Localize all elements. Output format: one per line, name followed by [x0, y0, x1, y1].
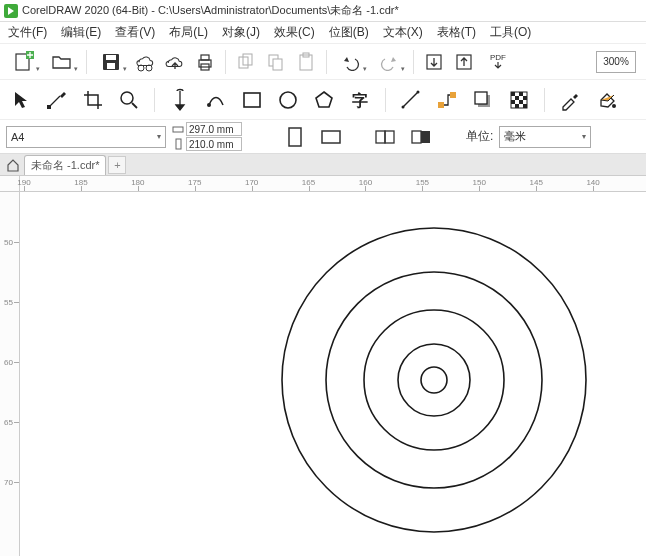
save-button[interactable]: ▾ — [93, 48, 129, 76]
print-button[interactable] — [191, 48, 219, 76]
svg-rect-19 — [47, 105, 51, 109]
undo-button[interactable]: ▾ — [333, 48, 369, 76]
page-width-input[interactable]: 297.0 mm — [186, 122, 242, 136]
document-tab[interactable]: 未命名 -1.cdr* — [24, 155, 106, 175]
connector-tool[interactable] — [432, 85, 462, 115]
text-tool[interactable]: 字 — [345, 85, 375, 115]
svg-point-6 — [138, 65, 144, 71]
separator — [385, 88, 386, 112]
svg-rect-5 — [107, 63, 115, 69]
cut-button[interactable] — [232, 48, 260, 76]
svg-rect-46 — [385, 131, 394, 143]
eyedropper-tool[interactable] — [555, 85, 585, 115]
paper-size-value: A4 — [11, 131, 24, 143]
menu-text[interactable]: 文本(X) — [383, 24, 423, 41]
add-tab-button[interactable]: + — [108, 156, 126, 174]
svg-rect-13 — [269, 55, 278, 66]
menu-view[interactable]: 查看(V) — [115, 24, 155, 41]
svg-rect-9 — [201, 55, 209, 60]
menu-layout[interactable]: 布局(L) — [169, 24, 208, 41]
page-height-input[interactable]: 210.0 mm — [186, 137, 242, 151]
menu-edit[interactable]: 编辑(E) — [61, 24, 101, 41]
crop-tool[interactable] — [78, 85, 108, 115]
app-icon — [4, 4, 18, 18]
freehand-tool[interactable] — [165, 85, 195, 115]
svg-rect-8 — [199, 60, 211, 67]
export-button[interactable] — [450, 48, 478, 76]
copy-button[interactable] — [262, 48, 290, 76]
dimension-tool[interactable] — [396, 85, 426, 115]
ellipse-tool[interactable] — [273, 85, 303, 115]
rectangle-tool[interactable] — [237, 85, 267, 115]
welcome-tab[interactable] — [4, 156, 22, 174]
svg-rect-15 — [300, 55, 312, 70]
svg-rect-3 — [103, 54, 119, 70]
drawing-canvas[interactable] — [20, 192, 646, 556]
current-page-button[interactable] — [406, 122, 436, 152]
svg-rect-18 — [457, 55, 471, 69]
cloud-link-button[interactable] — [131, 48, 159, 76]
svg-point-50 — [326, 272, 542, 488]
doc-tab-label: 未命名 -1.cdr* — [31, 158, 99, 173]
svg-rect-16 — [303, 53, 309, 57]
zoom-level[interactable]: 300% — [596, 51, 636, 73]
svg-point-40 — [612, 104, 616, 108]
separator — [86, 50, 87, 74]
separator — [544, 88, 545, 112]
polygon-tool[interactable] — [309, 85, 339, 115]
paper-size-combo[interactable]: A4▾ — [6, 126, 166, 148]
width-icon — [172, 123, 184, 135]
separator — [154, 88, 155, 112]
zoom-tool[interactable] — [114, 85, 144, 115]
portrait-button[interactable] — [280, 122, 310, 152]
drop-shadow-tool[interactable] — [468, 85, 498, 115]
artistic-media-tool[interactable] — [201, 85, 231, 115]
svg-rect-43 — [289, 128, 301, 146]
transparency-tool[interactable] — [504, 85, 534, 115]
menu-effects[interactable]: 效果(C) — [274, 24, 315, 41]
svg-rect-32 — [511, 92, 515, 96]
separator — [225, 50, 226, 74]
menu-bitmaps[interactable]: 位图(B) — [329, 24, 369, 41]
horizontal-ruler[interactable]: 19018518017517016516015515014514013 — [20, 176, 646, 192]
menu-tools[interactable]: 工具(O) — [490, 24, 531, 41]
new-button[interactable]: ▾ — [6, 48, 42, 76]
menu-file[interactable]: 文件(F) — [8, 24, 47, 41]
vertical-ruler[interactable]: 5055606570 — [0, 192, 20, 556]
svg-point-49 — [282, 228, 586, 532]
canvas-svg — [20, 192, 646, 556]
svg-point-23 — [280, 92, 296, 108]
svg-rect-22 — [244, 93, 260, 107]
window-title: CorelDRAW 2020 (64-Bit) - C:\Users\Admin… — [22, 3, 399, 18]
landscape-button[interactable] — [316, 122, 346, 152]
menu-table[interactable]: 表格(T) — [437, 24, 476, 41]
menu-bar: 文件(F) 编辑(E) 查看(V) 布局(L) 对象(J) 效果(C) 位图(B… — [0, 22, 646, 44]
separator — [413, 50, 414, 74]
svg-rect-45 — [376, 131, 385, 143]
open-button[interactable]: ▾ — [44, 48, 80, 76]
publish-pdf-button[interactable]: PDF — [480, 48, 516, 76]
svg-rect-4 — [106, 55, 116, 60]
height-icon — [172, 138, 184, 150]
svg-rect-11 — [239, 57, 248, 68]
work-area: 19018518017517016516015515014514013 5055… — [0, 176, 646, 556]
menu-object[interactable]: 对象(J) — [222, 24, 260, 41]
pick-tool[interactable] — [6, 85, 36, 115]
shape-tool[interactable] — [42, 85, 72, 115]
standard-toolbar: ▾ ▾ ▾ ▾ ▾ PDF 300% — [0, 44, 646, 80]
all-pages-button[interactable] — [370, 122, 400, 152]
pdf-label: PDF — [490, 54, 506, 62]
cloud-upload-button[interactable] — [161, 48, 189, 76]
units-combo[interactable]: 毫米▾ — [499, 126, 591, 148]
fill-tool[interactable] — [591, 85, 621, 115]
import-button[interactable] — [420, 48, 448, 76]
svg-rect-17 — [427, 55, 441, 69]
separator — [326, 50, 327, 74]
redo-button[interactable]: ▾ — [371, 48, 407, 76]
paste-button[interactable] — [292, 48, 320, 76]
toolbox: 字 — [0, 80, 646, 120]
units-label: 单位: — [466, 128, 493, 145]
svg-rect-36 — [511, 100, 515, 104]
svg-rect-44 — [322, 131, 340, 143]
svg-rect-47 — [412, 131, 421, 143]
